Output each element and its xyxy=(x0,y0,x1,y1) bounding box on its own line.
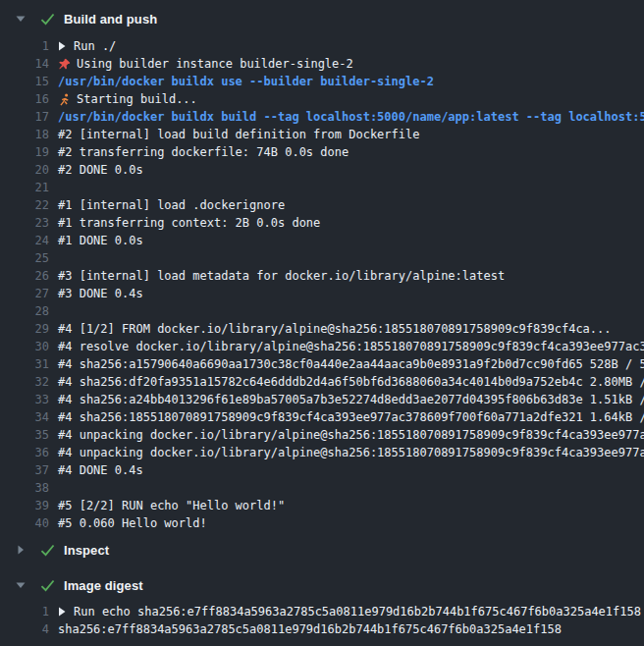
line-number[interactable]: 19 xyxy=(0,143,49,161)
line-number[interactable]: 37 xyxy=(0,461,49,479)
chevron-down-icon[interactable] xyxy=(16,582,26,589)
log-line: 37 #4 DONE 0.4s xyxy=(0,461,644,479)
success-check-icon xyxy=(40,579,55,592)
line-number[interactable]: 23 xyxy=(0,214,49,232)
line-text: #4 unpacking docker.io/library/alpine@sh… xyxy=(58,444,644,461)
line-number[interactable]: 4 xyxy=(0,620,49,638)
line-content: #2 transferring dockerfile: 74B 0.0s don… xyxy=(49,143,644,161)
line-content: #1 [internal] load .dockerignore xyxy=(49,196,644,214)
expand-log-group-icon[interactable] xyxy=(58,41,66,51)
line-number[interactable]: 1 xyxy=(0,37,49,55)
line-content: /usr/bin/docker buildx build --tag local… xyxy=(49,108,644,126)
line-number[interactable]: 14 xyxy=(0,55,49,73)
log-line: 25 xyxy=(0,249,644,267)
line-content: #4 sha256:df20fa9351a15782c64e6dddb2d4a6… xyxy=(49,373,644,391)
line-text: #4 sha256:df20fa9351a15782c64e6dddb2d4a6… xyxy=(58,373,644,391)
line-content xyxy=(49,179,644,196)
line-number[interactable]: 33 xyxy=(0,391,49,408)
section-header[interactable]: Build and push xyxy=(0,0,644,37)
line-content: #2 DONE 0.0s xyxy=(49,161,644,179)
line-content: #4 sha256:a15790640a6690aa1730c38cf0a440… xyxy=(49,355,644,373)
log-line: 21 xyxy=(0,179,644,196)
line-content: sha256:e7ff8834a5963a2785c5a0811e979d16b… xyxy=(49,620,644,638)
line-text: #2 DONE 0.0s xyxy=(58,161,143,179)
line-number[interactable]: 35 xyxy=(0,426,49,444)
line-content: #1 transferring context: 2B 0.0s done xyxy=(49,214,644,232)
log-line: 20 #2 DONE 0.0s xyxy=(0,161,644,179)
line-number[interactable]: 28 xyxy=(0,302,49,320)
line-number[interactable]: 34 xyxy=(0,408,49,426)
line-number[interactable]: 29 xyxy=(0,320,49,338)
expand-log-group-icon[interactable] xyxy=(58,607,66,617)
line-number[interactable]: 36 xyxy=(0,444,49,461)
line-text: #4 sha256:a15790640a6690aa1730c38cf0a440… xyxy=(58,355,644,373)
log-line: 40 #5 0.060 Hello world! xyxy=(0,514,644,532)
line-number[interactable]: 24 xyxy=(0,232,49,249)
log-line: 1 Run ./ xyxy=(0,37,644,55)
line-number[interactable]: 18 xyxy=(0,126,49,143)
line-text: Run echo sha256:e7ff8834a5963a2785c5a081… xyxy=(74,603,641,620)
log-section-build-and-push: Build and push 1 Run ./ 14 Using builder… xyxy=(0,0,644,532)
line-content: #4 DONE 0.4s xyxy=(49,461,644,479)
chevron-down-icon[interactable] xyxy=(16,16,26,23)
line-text: sha256:e7ff8834a5963a2785c5a0811e979d16b… xyxy=(58,620,562,638)
line-number[interactable]: 40 xyxy=(0,514,49,532)
line-text: #4 DONE 0.4s xyxy=(58,461,143,479)
log-line: 14 Using builder instance builder-single… xyxy=(0,55,644,73)
line-text: #4 resolve docker.io/library/alpine@sha2… xyxy=(58,338,644,355)
log-line: 31 #4 sha256:a15790640a6690aa1730c38cf0a… xyxy=(0,355,644,373)
line-text: #3 DONE 0.4s xyxy=(58,285,143,302)
line-content: #3 DONE 0.4s xyxy=(49,285,644,302)
log-line: 32 #4 sha256:df20fa9351a15782c64e6dddb2d… xyxy=(0,373,644,391)
line-number[interactable]: 25 xyxy=(0,249,49,267)
line-content: #4 sha256:a24bb4013296f61e89ba57005a7b3e… xyxy=(49,391,644,408)
log-line: 22 #1 [internal] load .dockerignore xyxy=(0,196,644,214)
line-content xyxy=(49,249,644,267)
section-log-lines: 1 Run echo sha256:e7ff8834a5963a2785c5a0… xyxy=(0,603,644,638)
line-text: #3 [internal] load metadata for docker.i… xyxy=(58,267,505,285)
line-number[interactable]: 30 xyxy=(0,338,49,355)
log-line: 35 #4 unpacking docker.io/library/alpine… xyxy=(0,426,644,444)
line-content: #5 0.060 Hello world! xyxy=(49,514,644,532)
line-text: /usr/bin/docker buildx build --tag local… xyxy=(58,108,644,126)
line-text: #1 transferring context: 2B 0.0s done xyxy=(58,214,320,232)
line-text: #4 unpacking docker.io/library/alpine@sh… xyxy=(58,426,644,444)
line-content xyxy=(49,302,644,320)
section-title: Image digest xyxy=(64,578,143,593)
line-number[interactable]: 15 xyxy=(0,73,49,90)
log-line: 17 /usr/bin/docker buildx build --tag lo… xyxy=(0,108,644,126)
line-number[interactable]: 17 xyxy=(0,108,49,126)
line-number[interactable]: 20 xyxy=(0,161,49,179)
line-number[interactable]: 38 xyxy=(0,479,49,497)
line-text: Using builder instance builder-single-2 xyxy=(77,55,353,73)
line-content: #4 sha256:185518070891758909c9f839cf4ca3… xyxy=(49,408,644,426)
line-text: #1 DONE 0.0s xyxy=(58,232,143,249)
line-content: #4 unpacking docker.io/library/alpine@sh… xyxy=(49,444,644,461)
line-text: #4 sha256:185518070891758909c9f839cf4ca3… xyxy=(58,408,644,426)
line-content: #4 unpacking docker.io/library/alpine@sh… xyxy=(49,426,644,444)
line-number[interactable]: 27 xyxy=(0,285,49,302)
log-line: 38 xyxy=(0,479,644,497)
line-content: #4 resolve docker.io/library/alpine@sha2… xyxy=(49,338,644,355)
line-number[interactable]: 39 xyxy=(0,497,49,514)
log-line: 30 #4 resolve docker.io/library/alpine@s… xyxy=(0,338,644,355)
line-number[interactable]: 26 xyxy=(0,267,49,285)
log-line: 24 #1 DONE 0.0s xyxy=(0,232,644,249)
chevron-right-icon[interactable] xyxy=(16,545,26,555)
line-number[interactable]: 31 xyxy=(0,355,49,373)
runner-icon xyxy=(58,93,71,106)
line-number[interactable]: 1 xyxy=(0,603,49,620)
section-header[interactable]: Image digest xyxy=(0,567,644,603)
line-number[interactable]: 16 xyxy=(0,90,49,108)
line-number[interactable]: 21 xyxy=(0,179,49,196)
line-content: Run echo sha256:e7ff8834a5963a2785c5a081… xyxy=(49,603,644,620)
line-number[interactable]: 32 xyxy=(0,373,49,391)
log-line: 19 #2 transferring dockerfile: 74B 0.0s … xyxy=(0,143,644,161)
line-number[interactable]: 22 xyxy=(0,196,49,214)
section-title: Inspect xyxy=(64,543,109,558)
line-text: #5 [2/2] RUN echo "Hello world!" xyxy=(58,497,285,514)
line-content: Using builder instance builder-single-2 xyxy=(49,55,644,73)
pushpin-icon xyxy=(58,58,71,71)
line-text: Run ./ xyxy=(74,37,116,55)
section-header[interactable]: Inspect xyxy=(0,532,644,567)
